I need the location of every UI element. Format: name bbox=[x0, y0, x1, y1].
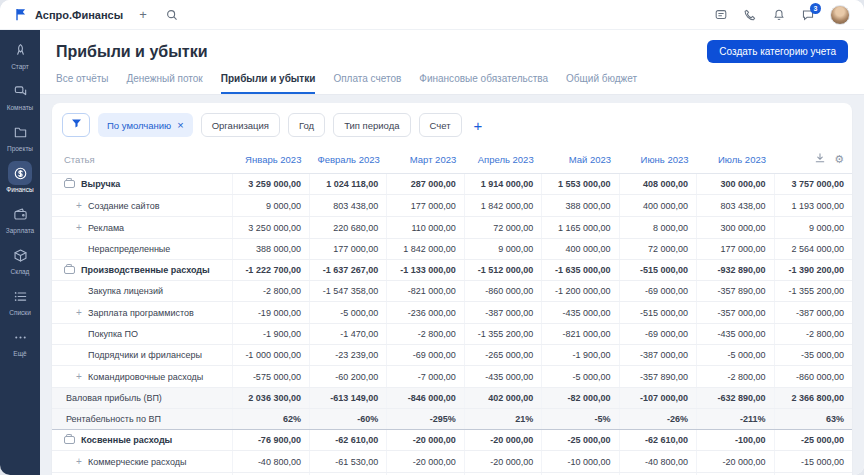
row-label-cell[interactable]: +Командировочные расходы bbox=[52, 366, 232, 388]
table-row: Косвенные расходы-76 900,00-62 610,00-20… bbox=[52, 430, 852, 451]
sidebar-item-rooms[interactable]: Комнаты bbox=[0, 79, 40, 111]
chat-icon[interactable]: 3 bbox=[801, 8, 815, 22]
cell-value: 300 000,00 bbox=[697, 174, 774, 195]
row-label: Реклама bbox=[88, 223, 124, 233]
cell-value: -7 000,00 bbox=[387, 366, 464, 388]
cell-value: 1 842 000,00 bbox=[464, 195, 541, 217]
sidebar-item-label: Склад bbox=[11, 268, 30, 275]
column-header-month[interactable]: Январь 2023 bbox=[232, 145, 309, 174]
phone-icon[interactable] bbox=[743, 8, 757, 22]
row-label-cell[interactable]: +Реклама bbox=[52, 217, 232, 239]
expand-icon[interactable]: + bbox=[76, 307, 88, 318]
expand-icon[interactable]: + bbox=[76, 371, 88, 382]
tab-financial-obligations[interactable]: Финансовые обязательства bbox=[419, 73, 548, 94]
sidebar-item-more[interactable]: Ещё bbox=[0, 325, 40, 357]
expand-icon[interactable]: + bbox=[76, 456, 88, 467]
sidebar-item-finance[interactable]: Финансы bbox=[0, 161, 40, 193]
feedback-icon[interactable] bbox=[714, 8, 728, 22]
main-content: Прибыли и убытки Создать категорию учета… bbox=[40, 30, 864, 475]
column-header-month[interactable]: Апрель 2023 bbox=[464, 145, 541, 174]
folder-icon[interactable] bbox=[64, 266, 75, 274]
cell-value: -40 800,00 bbox=[619, 451, 696, 473]
cell-value: -20 000,00 bbox=[697, 451, 774, 473]
tab-cash-flow[interactable]: Денежный поток bbox=[126, 73, 202, 94]
cell-value: -107 000,00 bbox=[619, 388, 696, 409]
page-title: Прибыли и убытки bbox=[56, 43, 208, 61]
cell-value: -20 000,00 bbox=[464, 451, 541, 473]
search-icon[interactable] bbox=[163, 6, 181, 24]
column-header-month[interactable]: Февраль 2023 bbox=[309, 145, 386, 174]
row-label: Косвенные расходы bbox=[81, 435, 172, 445]
row-label-cell[interactable]: +Зарплата программистов bbox=[52, 302, 232, 324]
tab-all-reports[interactable]: Все отчёты bbox=[56, 73, 108, 94]
filter-organization-button[interactable]: Организация bbox=[201, 113, 280, 137]
filter-icon-button[interactable] bbox=[62, 113, 90, 137]
tab-profit-loss[interactable]: Прибыли и убытки bbox=[221, 73, 316, 94]
filter-account-button[interactable]: Счет bbox=[419, 113, 462, 137]
app-logo-icon bbox=[14, 7, 29, 22]
cell-value: 1 914 000,00 bbox=[464, 174, 541, 195]
cell-value: -435 000,00 bbox=[542, 302, 619, 324]
row-label: Валовая прибыль (ВП) bbox=[66, 393, 162, 403]
user-avatar[interactable] bbox=[830, 5, 850, 25]
row-label: Нераспределенные bbox=[88, 244, 170, 254]
cell-value: 220 680,00 bbox=[309, 217, 386, 239]
cell-value: -69 000,00 bbox=[387, 345, 464, 366]
tab-invoice-payment[interactable]: Оплата счетов bbox=[333, 73, 401, 94]
folder-icon bbox=[8, 120, 32, 144]
sidebar-item-warehouse[interactable]: Склад bbox=[0, 243, 40, 275]
cell-value: -1 470,00 bbox=[309, 324, 386, 345]
sidebar-item-label: Старт bbox=[11, 63, 29, 70]
gear-icon[interactable]: ⚙ bbox=[834, 154, 844, 165]
row-label-cell[interactable]: Косвенные расходы bbox=[52, 430, 232, 451]
expand-icon[interactable]: + bbox=[76, 222, 88, 233]
expand-icon[interactable]: + bbox=[76, 200, 88, 211]
cell-value: -1 637 267,00 bbox=[309, 260, 386, 281]
row-label: Создание сайтов bbox=[88, 201, 159, 211]
table-row: +Создание сайтов9 000,00803 438,00177 00… bbox=[52, 195, 852, 217]
create-category-button[interactable]: Создать категорию учета bbox=[707, 40, 848, 63]
sidebar-item-projects[interactable]: Проекты bbox=[0, 120, 40, 152]
filter-year-button[interactable]: Год bbox=[288, 113, 325, 137]
cell-value: 1 193 000,00 bbox=[774, 195, 852, 217]
add-filter-button[interactable]: + bbox=[470, 118, 487, 133]
bell-icon[interactable] bbox=[772, 8, 786, 22]
download-icon[interactable] bbox=[814, 152, 826, 166]
filter-period-type-button[interactable]: Тип периода bbox=[333, 113, 410, 137]
sidebar-item-start[interactable]: Старт bbox=[0, 38, 40, 70]
sidebar-item-salary[interactable]: Зарплата bbox=[0, 202, 40, 234]
cell-value: 177 000,00 bbox=[309, 239, 386, 260]
row-label-cell[interactable]: Выручка bbox=[52, 174, 232, 195]
sidebar-item-label: Зарплата bbox=[6, 227, 34, 234]
cell-value: -10 000,00 bbox=[542, 451, 619, 473]
cell-value: -15 000,00 bbox=[774, 451, 852, 473]
sidebar-item-label: Комнаты bbox=[7, 104, 34, 111]
cell-value: -60% bbox=[309, 409, 386, 430]
close-icon[interactable]: × bbox=[177, 120, 183, 131]
cell-value: 177 000,00 bbox=[697, 239, 774, 260]
sidebar-item-lists[interactable]: Списки bbox=[0, 284, 40, 316]
add-icon[interactable]: + bbox=[137, 6, 149, 23]
cell-value: -100,00 bbox=[697, 430, 774, 451]
coin-icon bbox=[8, 161, 32, 185]
cell-value: -82 000,00 bbox=[542, 388, 619, 409]
cell-value: -1 222 700,00 bbox=[232, 260, 309, 281]
row-label-cell[interactable]: +Создание сайтов bbox=[52, 195, 232, 217]
column-header-month[interactable]: Июнь 2023 bbox=[619, 145, 696, 174]
row-label: Зарплата программистов bbox=[88, 308, 194, 318]
cell-value: 72 000,00 bbox=[464, 217, 541, 239]
cell-value: -357 890,00 bbox=[619, 366, 696, 388]
column-header-month[interactable]: Май 2023 bbox=[542, 145, 619, 174]
row-label-cell[interactable]: +Коммерческие расходы bbox=[52, 451, 232, 473]
topbar: Аспро.Финансы + 3 bbox=[0, 0, 864, 30]
column-header-month[interactable]: Март 2023 bbox=[387, 145, 464, 174]
cell-value: -236 000,00 bbox=[387, 302, 464, 324]
filter-chip-default[interactable]: По умолчанию × bbox=[98, 113, 193, 137]
folder-icon[interactable] bbox=[64, 436, 75, 444]
tab-general-budget[interactable]: Общий бюджет bbox=[566, 73, 637, 94]
cell-value: 9 000,00 bbox=[232, 195, 309, 217]
folder-icon[interactable] bbox=[64, 180, 75, 188]
cell-value: -20 000,00 bbox=[387, 451, 464, 473]
row-label-cell[interactable]: Производственные расходы bbox=[52, 260, 232, 281]
column-header-month[interactable]: Июль 2023 bbox=[697, 145, 774, 174]
